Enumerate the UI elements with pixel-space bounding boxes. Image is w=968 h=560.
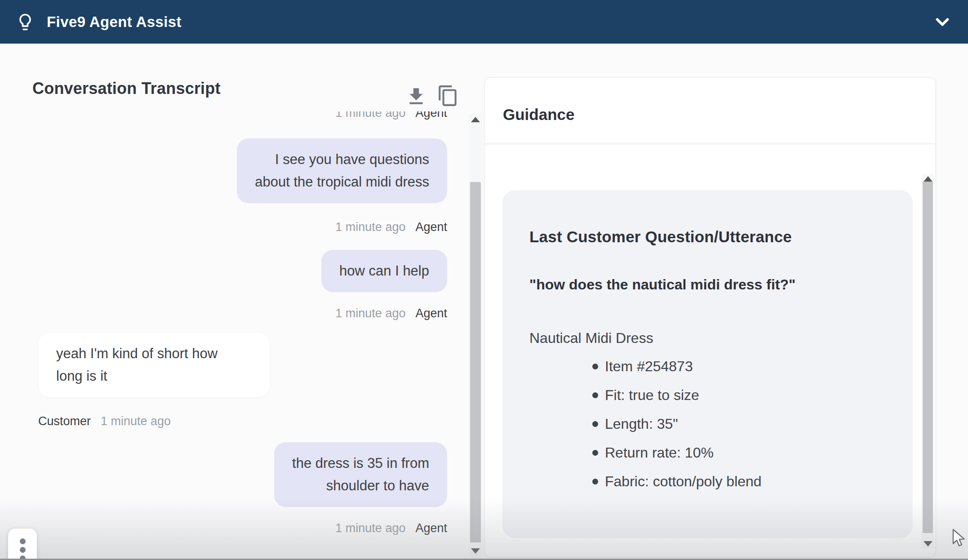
guidance-content-card: Last Customer Question/Utterance "how do… [502,190,913,538]
message-bubble: the dress is 35 in from shoulder to have [274,442,447,507]
message-line: I see you have questions [255,148,429,171]
download-icon[interactable] [405,85,427,108]
message-agent: I see you have questions about the tropi… [237,138,447,203]
message-line: shoulder to have [292,475,429,497]
guidance-divider [485,143,935,144]
message-meta: 1 minute agoAgent [335,220,447,234]
app-title: Five9 Agent Assist [47,13,182,31]
guidance-section-heading: Last Customer Question/Utterance [529,228,886,246]
message-time: 1 minute ago [101,414,171,428]
kebab-menu-icon [20,547,26,553]
transcript-scroll-area[interactable]: 1 minute agoAgent I see you have questio… [0,111,468,560]
message-line: long is it [56,365,252,387]
scrollbar-thumb[interactable] [923,182,933,533]
product-detail-item: Length: 35" [529,409,886,438]
transcript-scrollbar[interactable] [469,113,482,558]
message-line: about the tropical midi dress [255,171,429,193]
product-detail-list: Item #254873 Fit: true to size Length: 3… [529,352,886,496]
message-time: 1 minute ago [335,220,405,234]
chevron-down-icon[interactable] [932,12,953,32]
message-bubble: yeah I'm kind of short how long is it [38,333,270,397]
product-name: Nautical Midi Dress [529,330,886,347]
product-detail-item: Item #254873 [529,352,886,381]
product-detail-item: Fit: true to size [529,381,886,409]
message-meta: 1 minute agoAgent [335,307,447,320]
message-time: 1 minute ago [335,521,405,535]
guidance-scrollbar[interactable] [922,174,934,548]
guidance-panel: Guidance Last Customer Question/Utteranc… [484,77,936,557]
guidance-title: Guidance [503,106,574,124]
lightbulb-icon [15,11,35,33]
transcript-title: Conversation Transcript [32,79,221,98]
message-bubble: I see you have questions about the tropi… [237,138,447,203]
message-time: 1 minute ago [335,111,405,120]
message-sender: Agent [415,307,447,320]
product-detail-item: Fabric: cotton/poly blend [529,467,886,496]
message-sender: Agent [415,111,447,120]
scrollbar-thumb[interactable] [470,182,481,542]
customer-question-quote: "how does the nautical midi dress fit?" [529,276,886,293]
copy-icon[interactable] [437,84,459,107]
message-agent: the dress is 35 in from shoulder to have [274,442,447,507]
message-line: the dress is 35 in from [292,452,429,475]
agent-assist-app: { "header": { "title": "Five9 Agent Assi… [0,0,968,560]
message-bubble: how can I help [321,250,447,292]
kebab-menu-icon [20,538,26,544]
scroll-down-arrow-icon[interactable] [471,548,480,554]
message-line: yeah I'm kind of short how [56,342,252,365]
message-meta: Customer1 minute ago [38,414,171,428]
message-sender: Agent [415,220,447,234]
message-sender: Agent [415,521,447,535]
message-sender: Customer [38,414,91,428]
mouse-cursor [950,529,968,549]
scroll-up-arrow-icon[interactable] [471,117,480,122]
message-meta-clipped: 1 minute agoAgent [335,111,447,120]
app-header: Five9 Agent Assist [0,0,968,44]
message-customer: yeah I'm kind of short how long is it [38,333,270,397]
scroll-down-arrow-icon[interactable] [924,541,932,547]
message-agent: how can I help [321,250,447,292]
message-line: how can I help [339,260,429,282]
product-detail-item: Return rate: 10% [529,438,886,467]
message-meta: 1 minute agoAgent [335,521,447,535]
message-time: 1 minute ago [335,307,405,320]
scroll-up-arrow-icon[interactable] [924,176,932,182]
transcript-overflow-button[interactable] [8,529,37,560]
